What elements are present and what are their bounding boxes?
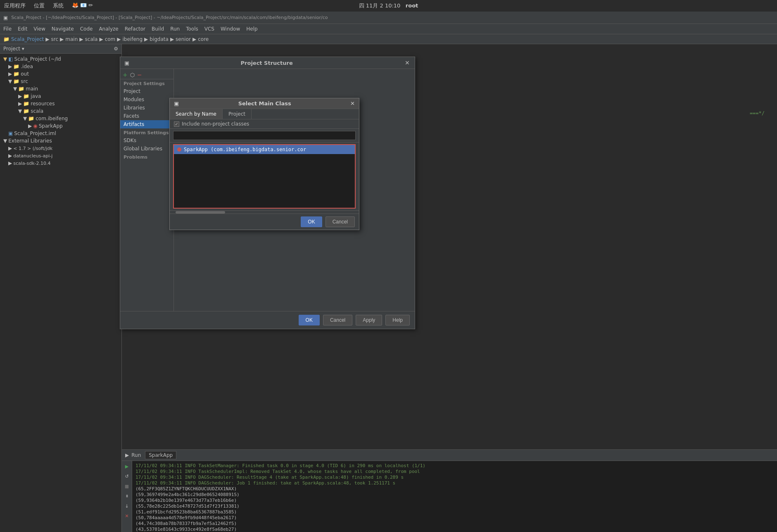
- ps-ok-button[interactable]: OK: [299, 315, 320, 325]
- menu-help[interactable]: Help: [246, 26, 257, 32]
- apps-menu[interactable]: 应用程序: [4, 2, 26, 10]
- breadcrumb-scala[interactable]: scala: [85, 36, 98, 42]
- menu-build[interactable]: Build: [152, 26, 164, 32]
- position-menu[interactable]: 位置: [34, 2, 45, 10]
- expand-icon: ▶: [18, 101, 22, 107]
- ps-item-global-libraries[interactable]: Global Libraries: [120, 145, 173, 153]
- ps-cancel-button[interactable]: Cancel: [323, 315, 352, 325]
- run-stop-icon[interactable]: ■: [123, 482, 131, 490]
- menu-edit[interactable]: Edit: [18, 26, 27, 32]
- tree-item-root[interactable]: ▼ ◧ Scala_Project (~/Id: [0, 55, 121, 63]
- dialog-close-btn[interactable]: ✕: [404, 59, 411, 66]
- menu-vcs[interactable]: VCS: [204, 26, 214, 32]
- tree-item-src[interactable]: ▼ 📁 src: [0, 78, 121, 85]
- ps-apply-button[interactable]: Apply: [356, 315, 382, 325]
- run-line: (59,3697499e2a4bc361c29d8e06524088915): [135, 492, 774, 497]
- ps-item-project[interactable]: Project: [120, 87, 173, 95]
- run-down-icon[interactable]: ↓: [123, 502, 131, 510]
- tree-item-java[interactable]: ▶ 📁 java: [0, 93, 121, 100]
- scd-titlebar: ▣ Select Main Class ✕: [170, 98, 359, 109]
- tree-item-scala[interactable]: ▼ 📁 scala: [0, 107, 121, 115]
- ps-add-icon[interactable]: +: [123, 71, 128, 78]
- run-close-icon[interactable]: ✕: [123, 512, 131, 520]
- ps-minus-icon[interactable]: −: [137, 71, 142, 78]
- tree-item-out[interactable]: ▶ 📁 out: [0, 70, 121, 78]
- folder-icon: 📁: [13, 78, 19, 84]
- ps-toolbar-icon2[interactable]: ⬡: [130, 72, 135, 78]
- tree-label-datanucleus: datanucleus-api-j: [13, 153, 52, 159]
- tree-item-iml[interactable]: ▣ Scala_Project.iml: [0, 130, 121, 137]
- scd-ok-button[interactable]: OK: [301, 216, 322, 227]
- tree-item-resources[interactable]: ▶ 📁 resources: [0, 100, 121, 107]
- sidebar-settings-icon[interactable]: ⚙: [114, 46, 118, 52]
- breadcrumb-ibeifeng[interactable]: ibeifeng: [123, 36, 143, 42]
- scd-cancel-button[interactable]: Cancel: [326, 216, 355, 227]
- menubar: File Edit View Navigate Code Analyze Ref…: [0, 24, 777, 34]
- ps-item-facets[interactable]: Facets: [120, 112, 173, 120]
- ps-help-button[interactable]: Help: [385, 315, 410, 325]
- folder-icon: 📁: [28, 116, 34, 121]
- breadcrumb-com[interactable]: com: [105, 36, 116, 42]
- ps-item-modules[interactable]: Modules: [120, 95, 173, 104]
- menu-tools[interactable]: Tools: [186, 26, 198, 32]
- folder-icon: 📁: [23, 93, 29, 99]
- scd-result-item[interactable]: SparkApp (com.ibeifeng.bigdata.senior.co…: [174, 145, 355, 154]
- menu-run[interactable]: Run: [170, 26, 180, 32]
- tree-item-datanucleus[interactable]: ▶ datanucleus-api-j: [0, 152, 121, 159]
- tree-item-sparkapp[interactable]: ▶ ◉ SparkApp: [0, 122, 121, 130]
- ps-item-libraries[interactable]: Libraries: [120, 104, 173, 112]
- breadcrumb-core[interactable]: core: [198, 36, 209, 42]
- tree-item-scala-sdk[interactable]: ▶ scala-sdk-2.10.4: [0, 159, 121, 167]
- run-line: (55,78e28c225db1e478727d51d7f23f13381): [135, 504, 774, 509]
- scd-include-non-project-label: Include non-project classes: [182, 121, 249, 127]
- code-comment: ===*/: [750, 110, 765, 116]
- run-pause-icon[interactable]: ⏸: [123, 492, 131, 500]
- collapse-icon: ▼: [8, 78, 12, 84]
- ide-logo-icon: ▣: [3, 15, 8, 21]
- menu-view[interactable]: View: [33, 26, 45, 32]
- tree-label-out: out: [21, 71, 29, 77]
- scd-tab-project[interactable]: Project: [223, 109, 252, 119]
- ps-toolbar: + ⬡ −: [120, 71, 173, 79]
- scd-tabs: Search by Name Project: [170, 109, 359, 119]
- ps-item-artifacts[interactable]: Artifacts: [120, 120, 173, 128]
- tree-label-root: Scala_Project (~/Id: [14, 56, 61, 62]
- run-play-icon[interactable]: ▶: [123, 463, 131, 470]
- sidebar-tree: ▼ ◧ Scala_Project (~/Id ▶ 📁 .idea ▶ 📁 ou…: [0, 54, 121, 532]
- tree-item-jdk[interactable]: ▶ < 1.7 > (/soft/jdk: [0, 145, 121, 152]
- taskbar-left: 应用程序 位置 系统 🦊 📧 ✏️: [4, 2, 93, 10]
- scd-scrollbar-thumb[interactable]: [176, 211, 225, 214]
- expand-icon: ▶: [18, 93, 22, 99]
- tree-item-main[interactable]: ▼ 📁 main: [0, 85, 121, 93]
- breadcrumb-src[interactable]: src: [51, 36, 59, 42]
- breadcrumb-senior[interactable]: senior: [176, 36, 191, 42]
- scd-include-non-project-checkbox[interactable]: ✓: [174, 121, 179, 127]
- dialog-footer: OK Cancel Apply Help: [120, 311, 415, 329]
- run-rerun-icon[interactable]: ↺: [123, 473, 131, 480]
- tree-item-external-libraries[interactable]: ▼ External Libraries: [0, 137, 121, 145]
- breadcrumb: 📁 Scala_Project ▶ src ▶ main ▶ scala ▶ c…: [0, 34, 777, 44]
- tree-item-com-ibeifeng[interactable]: ▼ 📁 com.ibeifeng: [0, 115, 121, 122]
- select-main-class-dialog: ▣ Select Main Class ✕ Search by Name Pro…: [169, 98, 359, 230]
- run-title[interactable]: Run: [131, 452, 141, 458]
- breadcrumb-project[interactable]: Scala_Project: [11, 36, 44, 42]
- scd-search-input[interactable]: [173, 131, 356, 140]
- tree-label-jdk: < 1.7 > (/soft/jdk: [13, 146, 52, 151]
- menu-window[interactable]: Window: [221, 26, 240, 32]
- ps-section-problems: Problems: [120, 153, 173, 161]
- breadcrumb-bigdata[interactable]: bigdata: [150, 36, 169, 42]
- system-menu[interactable]: 系统: [53, 2, 64, 10]
- menu-file[interactable]: File: [3, 26, 12, 32]
- breadcrumb-main[interactable]: main: [65, 36, 78, 42]
- menu-navigate[interactable]: Navigate: [52, 26, 74, 32]
- tree-label-com-ibeifeng: com.ibeifeng: [36, 116, 68, 121]
- menu-refactor[interactable]: Refactor: [125, 26, 145, 32]
- menu-analyze[interactable]: Analyze: [99, 26, 118, 32]
- run-tab-sparkapp[interactable]: SparkApp: [145, 451, 176, 459]
- scd-tab-search-by-name[interactable]: Search by Name: [170, 109, 223, 119]
- tree-item-idea[interactable]: ▶ 📁 .idea: [0, 63, 121, 70]
- ps-item-sdks[interactable]: SDKs: [120, 136, 173, 145]
- scd-close-btn[interactable]: ✕: [350, 100, 355, 107]
- menu-code[interactable]: Code: [80, 26, 93, 32]
- scd-scrollbar[interactable]: [170, 210, 359, 214]
